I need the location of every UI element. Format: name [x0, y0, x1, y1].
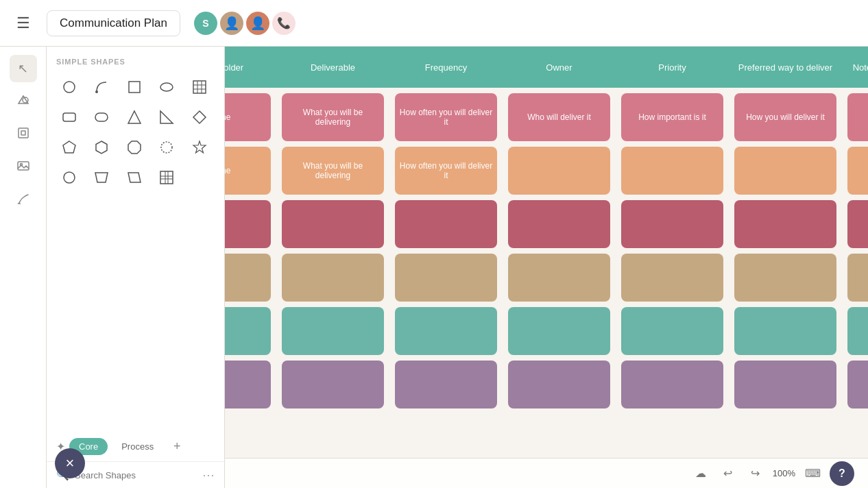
- table-row[interactable]: [225, 200, 271, 248]
- table-row[interactable]: [621, 254, 723, 302]
- more-options-icon[interactable]: ⋯: [202, 467, 215, 483]
- avatar-2[interactable]: 👤: [220, 12, 243, 35]
- table-row[interactable]: [621, 200, 723, 248]
- image-icon: [16, 159, 30, 176]
- avatar-3[interactable]: 👤: [246, 12, 269, 35]
- shape-circle2[interactable]: [154, 134, 180, 160]
- table-row[interactable]: [508, 361, 610, 408]
- table-row[interactable]: [734, 361, 836, 408]
- help-button[interactable]: ?: [830, 461, 854, 486]
- shape-parallelogram[interactable]: [121, 164, 147, 191]
- sidebar-item-image[interactable]: [10, 154, 37, 181]
- svg-rect-27: [160, 171, 173, 184]
- shape-circle-empty[interactable]: [56, 164, 82, 191]
- canvas-area[interactable]: StakeholderNameNameDeliverableWhat you w…: [225, 47, 868, 488]
- table-row[interactable]: [621, 307, 723, 355]
- shape-star[interactable]: [186, 134, 213, 160]
- table-row[interactable]: [621, 147, 723, 195]
- table-row[interactable]: [847, 147, 868, 195]
- shape-arc[interactable]: [88, 74, 114, 100]
- col-header-3: Owner: [503, 47, 616, 88]
- col-body-6: Notes: [842, 88, 868, 488]
- table-row[interactable]: How you will deliver it: [734, 93, 836, 141]
- col-header-2: Frequency: [389, 47, 503, 88]
- table-row[interactable]: [734, 254, 836, 302]
- table-row[interactable]: [395, 200, 497, 248]
- shape-diamond[interactable]: [186, 104, 213, 130]
- document-title[interactable]: Communication Plan: [47, 10, 180, 36]
- table-row[interactable]: [508, 307, 610, 355]
- redo-button[interactable]: ↪: [745, 463, 766, 484]
- call-button[interactable]: 📞: [272, 12, 296, 35]
- table-col-4: PriorityHow important is it: [616, 47, 729, 488]
- table-row[interactable]: [847, 307, 868, 355]
- keyboard-shortcut-icon[interactable]: ⌨: [802, 463, 823, 484]
- topbar: ☰ Communication Plan S 👤 👤 📞: [0, 0, 868, 47]
- table-row[interactable]: [225, 361, 271, 408]
- shape-rounded-rect2[interactable]: [88, 104, 114, 130]
- table-row[interactable]: [508, 254, 610, 302]
- table-row[interactable]: [621, 361, 723, 408]
- col-header-1: Deliverable: [276, 47, 389, 88]
- add-tab-button[interactable]: +: [167, 437, 186, 456]
- undo-button[interactable]: ↩: [718, 463, 738, 484]
- col-body-0: NameName: [225, 88, 276, 488]
- shape-rounded-rect[interactable]: [56, 104, 82, 130]
- sidebar-item-draw[interactable]: [10, 186, 37, 214]
- table-row[interactable]: How often you will deliver it: [395, 93, 497, 141]
- svg-point-5: [64, 82, 75, 93]
- table-row[interactable]: [395, 361, 497, 408]
- menu-button[interactable]: ☰: [0, 0, 47, 47]
- avatar-s[interactable]: S: [194, 12, 217, 35]
- table-col-1: DeliverableWhat you will be deliveringWh…: [276, 47, 389, 488]
- shape-hexagon[interactable]: [88, 134, 114, 160]
- table-row[interactable]: [734, 200, 836, 248]
- cloud-save-icon[interactable]: ☁: [690, 463, 711, 484]
- table-row[interactable]: Notes: [847, 93, 868, 141]
- table-row[interactable]: [847, 254, 868, 302]
- table-row[interactable]: How often you will deliver it: [395, 147, 497, 195]
- table-row[interactable]: [508, 200, 610, 248]
- shape-triangle[interactable]: [121, 104, 147, 130]
- sidebar-item-shapes[interactable]: [10, 88, 37, 115]
- table-row[interactable]: What you will be delivering: [282, 93, 384, 141]
- table-row[interactable]: Name: [225, 147, 271, 195]
- table-row[interactable]: [282, 361, 384, 408]
- shape-pentagon[interactable]: [56, 134, 82, 160]
- shape-ellipse[interactable]: [154, 74, 180, 100]
- shape-circle[interactable]: [56, 74, 82, 100]
- shape-grid[interactable]: [154, 164, 180, 191]
- svg-marker-19: [63, 141, 75, 153]
- table-row[interactable]: What you will be delivering: [282, 147, 384, 195]
- close-fab-button[interactable]: ×: [55, 448, 85, 478]
- table-row[interactable]: [734, 307, 836, 355]
- table-row[interactable]: [734, 147, 836, 195]
- table-row[interactable]: Who will deliver it: [508, 93, 610, 141]
- table-row[interactable]: [395, 254, 497, 302]
- col-body-2: How often you will deliver itHow often y…: [389, 88, 503, 488]
- shape-trapezoid[interactable]: [88, 164, 114, 191]
- table-row[interactable]: [847, 361, 868, 408]
- shape-octagon[interactable]: [121, 134, 147, 160]
- sidebar-item-frame[interactable]: [10, 121, 37, 148]
- col-header-6: Notes and attachments: [842, 47, 868, 88]
- table-row[interactable]: [395, 307, 497, 355]
- table-col-5: Preferred way to deliverHow you will del…: [729, 47, 842, 488]
- table-row[interactable]: Name: [225, 93, 271, 141]
- shape-square[interactable]: [121, 74, 147, 100]
- table-row[interactable]: [282, 307, 384, 355]
- table-row[interactable]: [282, 254, 384, 302]
- table-row[interactable]: [225, 254, 271, 302]
- svg-marker-25: [95, 173, 108, 182]
- svg-marker-20: [96, 141, 107, 154]
- shape-table[interactable]: [186, 74, 213, 100]
- table-row[interactable]: How important is it: [621, 93, 723, 141]
- table-row[interactable]: [225, 307, 271, 355]
- search-input[interactable]: [75, 470, 197, 480]
- shape-right-triangle[interactable]: [154, 104, 180, 130]
- table-row[interactable]: [847, 200, 868, 248]
- sidebar-item-cursor[interactable]: ↖: [10, 55, 37, 82]
- table-row[interactable]: [282, 200, 384, 248]
- tab-process[interactable]: Process: [112, 438, 163, 455]
- table-row[interactable]: [508, 147, 610, 195]
